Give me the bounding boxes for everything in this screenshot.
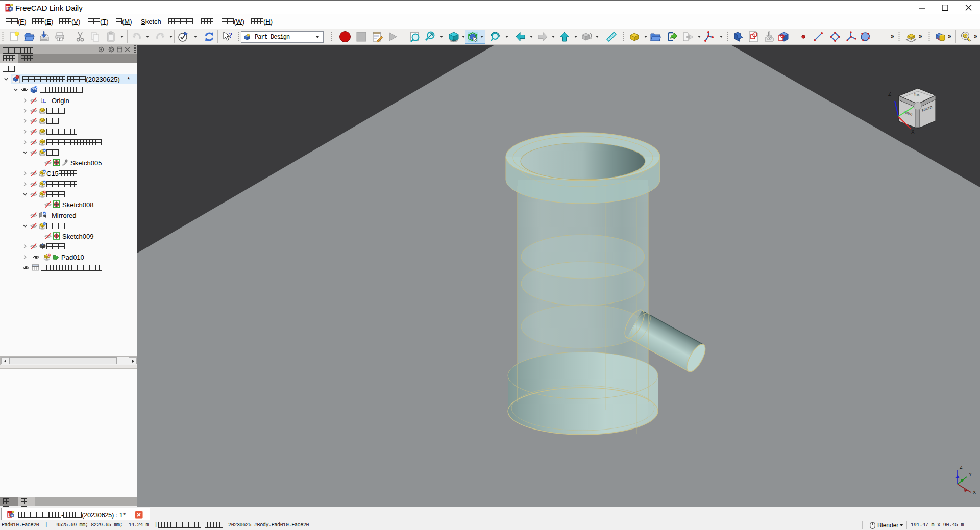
svg-text:X: X: [911, 129, 915, 135]
svg-text:?: ?: [229, 32, 232, 39]
svg-text:Y: Y: [969, 472, 972, 477]
svg-text:!: !: [44, 190, 45, 194]
svg-text:Z: Z: [960, 465, 963, 470]
svg-text:X: X: [973, 490, 976, 495]
svg-text:Z: Z: [888, 91, 891, 97]
svg-text:!: !: [48, 253, 50, 257]
